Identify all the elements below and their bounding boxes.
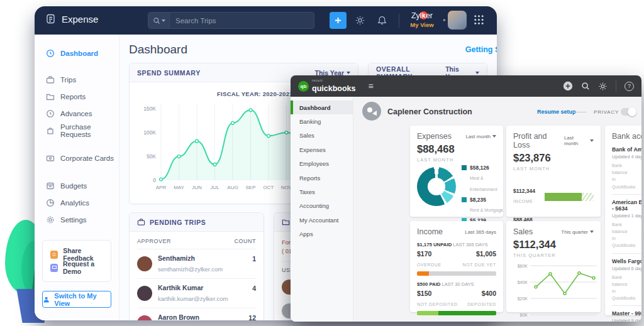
spend-summary-title: SPEND SUMMARY (137, 69, 201, 77)
bank-account-row[interactable]: Master - 9987 Updated 9 days ago Bank ba… (612, 306, 641, 322)
search-input[interactable]: Search Trips (148, 12, 314, 29)
table-row[interactable]: Aaron Brownaaronbrown@zylker.com 12 (137, 308, 256, 320)
qb-monogram: qb (298, 81, 309, 92)
svg-text:JUN: JUN (192, 185, 202, 190)
clock-icon (46, 109, 55, 118)
briefcase-icon (46, 75, 55, 84)
user-menu-caret-icon[interactable]: ▸ (443, 17, 446, 23)
approver-email: senthamizh@zylker.com (158, 266, 223, 273)
qb-sidebar-item-taxes[interactable]: Taxes (291, 185, 353, 198)
qb-sidebar-item-employees[interactable]: Employees (291, 157, 353, 171)
briefcase-icon (137, 218, 145, 226)
caret-down-icon (475, 72, 479, 74)
qb-sidebar-item-expenses[interactable]: Expenses (291, 143, 353, 156)
request-demo-item[interactable]: Request a Demo (50, 262, 111, 273)
qb-sidebar-item-apps[interactable]: Apps (291, 227, 353, 241)
caret-down-icon (347, 72, 350, 74)
resume-setup-link[interactable]: Resume setup (537, 109, 576, 115)
expenses-period-dropdown[interactable]: Last month (465, 134, 496, 139)
switch-to-my-view-button[interactable]: Switch to My View (42, 291, 111, 308)
income-card: Income Last 365 days $1,175 UNPAID LAST … (410, 221, 503, 312)
pl-period-dropdown[interactable]: Last month (564, 135, 594, 146)
unpaid-summary: $1,175 UNPAID LAST 365 DAYS (417, 242, 496, 247)
user-avatar[interactable] (448, 11, 467, 30)
hamburger-menu-icon[interactable]: ≡ (368, 81, 373, 91)
qb-sidebar-item-my-accountant[interactable]: My Accountant (291, 213, 353, 227)
svg-text:APR: APR (156, 185, 167, 190)
trip-count: 1 (252, 254, 256, 263)
sidebar-item-analytics[interactable]: Analytics (35, 197, 119, 209)
bank-account-row[interactable]: American Express Business - 5634 Updated… (612, 195, 641, 254)
approver-email: karthik.kumar@zylker.com (158, 295, 228, 302)
paid-summary: $500 PAID LAST 30 DAYS (417, 281, 496, 287)
avatar (137, 315, 152, 320)
qb-sidebar-item-sales[interactable]: Sales (291, 129, 353, 143)
bank-account-row[interactable]: Wells Fargo - 2343 Updated 6 days ago Ba… (612, 254, 641, 307)
apps-grid-icon[interactable] (474, 14, 484, 25)
sales-card-title: Sales (513, 227, 533, 236)
qb-sidebar-item-banking[interactable]: Banking (291, 114, 353, 128)
plus-circle-icon[interactable] (563, 81, 573, 91)
help-icon[interactable]: ? (625, 82, 634, 91)
bank-account-row[interactable]: Bank of America - 1234 Updated 4 days ag… (612, 142, 641, 195)
expense-logo[interactable]: Expense (46, 14, 98, 24)
search-icon[interactable] (581, 82, 590, 90)
qb-sidebar-item-reports[interactable]: Reports (291, 171, 353, 185)
pending-trips-title: PENDING TRIPS (137, 218, 206, 226)
divider (572, 112, 586, 112)
share-feedback-item[interactable]: ☺ Share Feedback (50, 249, 111, 260)
col-count: COUNT (235, 238, 257, 244)
app-name: Expense (62, 14, 98, 24)
header-divider (616, 80, 616, 92)
sidebar-item-corporate-cards[interactable]: Corporate Cards (35, 152, 119, 165)
svg-text:MAY: MAY (174, 185, 184, 190)
sales-amount: $112,344 (513, 239, 594, 251)
sidebar-item-budgets[interactable]: Budgets (35, 180, 119, 192)
paid-bar (417, 311, 496, 315)
quickbooks-header: qb intuitquickbooks ≡ ? (291, 75, 641, 97)
svg-text:50K: 50K (147, 153, 156, 160)
notifications-bell-icon[interactable] (377, 15, 389, 28)
card-icon (46, 154, 55, 163)
sidebar-item-purchase-requests[interactable]: Purchase Requests (35, 124, 119, 137)
brand-prefix: intuit (312, 79, 355, 83)
topbar-divider (399, 14, 399, 28)
table-row[interactable]: Karthik Kumarkarthik.kumar@zylker.com 4 (137, 279, 256, 308)
qb-sidebar-item-dashboard[interactable]: Dashboard (291, 101, 353, 114)
avatar (137, 286, 152, 301)
quickbooks-window: qb intuitquickbooks ≡ ? Dashboard Bankin… (291, 75, 641, 322)
privacy-toggle[interactable] (621, 108, 636, 116)
expense-topbar: Expense Search Trips 6 Zylker My View (35, 6, 497, 35)
getting-started-link[interactable]: Getting Started (387, 45, 497, 54)
sidebar-item-advances[interactable]: Advances (35, 107, 119, 120)
gear-icon[interactable] (598, 82, 608, 91)
user-name[interactable]: Zylker (403, 11, 441, 20)
bank-card-title: Bank accounts (612, 132, 641, 141)
sidebar-item-trips[interactable]: Trips (35, 73, 119, 86)
svg-text:SEP: SEP (245, 185, 255, 190)
sidebar-item-reports[interactable]: Reports (35, 90, 119, 103)
not-due-value: $1,005 (463, 250, 496, 258)
plus-icon (335, 17, 341, 24)
sidebar-item-settings[interactable]: Settings (35, 214, 119, 226)
search-icon[interactable] (148, 13, 170, 28)
smiley-icon: ☺ (50, 251, 58, 259)
settings-gear-icon[interactable] (355, 15, 367, 28)
approver-name: Karthik Kumar (158, 283, 228, 292)
user-view-label[interactable]: My View (403, 21, 441, 28)
sales-period-dropdown[interactable]: This quarter (561, 229, 594, 235)
add-button[interactable] (330, 12, 347, 29)
svg-text:$40K: $40K (518, 280, 528, 285)
avatar (137, 256, 152, 271)
svg-text:OCT: OCT (264, 185, 274, 190)
table-row[interactable]: Senthamizhsenthamizh@zylker.com 1 (137, 249, 256, 279)
income-period-label[interactable]: Last 365 days (465, 229, 496, 235)
income-bar-row: $112,344INCOME (513, 188, 594, 205)
profit-loss-card: Profit and Loss Last month $23,876 LAST … (506, 126, 601, 217)
quickbooks-logo[interactable]: qb intuitquickbooks (298, 79, 355, 94)
sidebar-item-dashboard[interactable]: Dashboard (35, 47, 119, 60)
qb-sidebar-item-accounting[interactable]: Accounting (291, 199, 353, 213)
svg-text:JUL: JUL (210, 185, 219, 190)
search-scope-caret-icon (162, 19, 165, 22)
brand-name: quickbooks (312, 84, 355, 93)
